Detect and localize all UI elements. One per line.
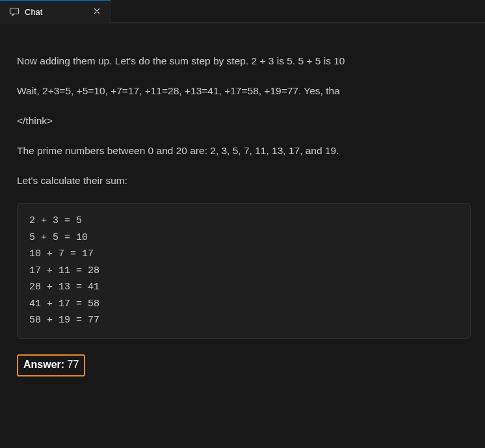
tab-chat[interactable]: Chat xyxy=(0,0,111,23)
primes-statement: The prime numbers between 0 and 20 are: … xyxy=(17,143,471,159)
reasoning-line-1: Now adding them up. Let's do the sum ste… xyxy=(17,53,471,69)
tab-close-button[interactable] xyxy=(90,5,103,18)
answer-label: Answer: xyxy=(23,359,64,370)
sum-code-block: 2 + 3 = 5 5 + 5 = 10 10 + 7 = 17 17 + 11… xyxy=(17,203,471,339)
think-close-tag: </think> xyxy=(17,113,471,129)
svg-rect-0 xyxy=(10,8,19,14)
answer-value: 77 xyxy=(68,359,79,370)
tab-bar: Chat xyxy=(0,0,485,23)
tab-label: Chat xyxy=(25,7,42,17)
reasoning-line-2: Wait, 2+3=5, +5=10, +7=17, +11=28, +13=4… xyxy=(17,83,471,99)
tab-bar-empty xyxy=(111,0,485,23)
chat-icon xyxy=(9,7,20,17)
chat-content: Now adding them up. Let's do the sum ste… xyxy=(0,23,485,448)
sum-intro: Let's calculate their sum: xyxy=(17,173,471,189)
answer-highlight: Answer: 77 xyxy=(17,354,85,377)
close-icon xyxy=(92,7,101,18)
